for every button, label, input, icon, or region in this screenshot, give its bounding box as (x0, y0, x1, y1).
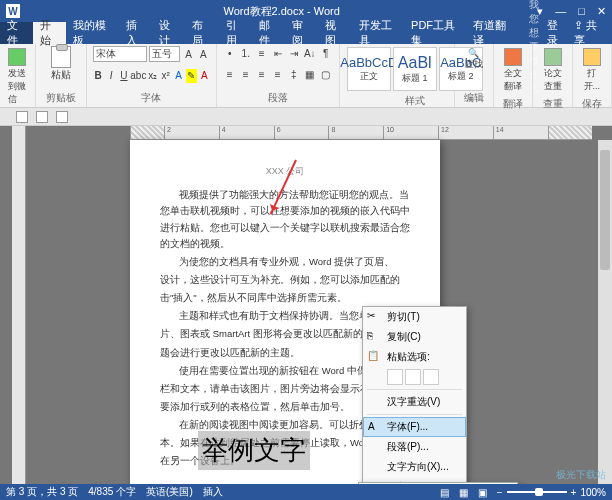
qat-undo-icon[interactable] (36, 111, 48, 123)
grow-font-icon[interactable]: A (182, 47, 195, 61)
font-family-select[interactable]: 宋体 (93, 46, 147, 62)
zoom-value[interactable]: 100% (580, 487, 606, 498)
borders-button[interactable]: ▢ (319, 68, 333, 82)
align-justify-button[interactable]: ≡ (271, 68, 285, 82)
tab-youdao[interactable]: 有道翻译 (466, 22, 518, 44)
shading-button[interactable]: ▦ (303, 68, 317, 82)
align-center-button[interactable]: ≡ (239, 68, 253, 82)
line-spacing-button[interactable]: ‡ (287, 68, 301, 82)
font-size-select[interactable]: 五号 (149, 46, 180, 62)
tab-pdf[interactable]: PDF工具集 (404, 22, 466, 44)
body-p1[interactable]: 视频提供了功能强大的方法帮助您证明您的观点。当您单击联机视频时，可以在想要添加的… (160, 187, 410, 252)
send-wechat-button[interactable]: 发送到微信 (6, 46, 29, 108)
body-p2[interactable]: 为使您的文档具有专业外观，Word 提供了页眉、 (160, 254, 410, 270)
view-web-icon[interactable]: ▣ (478, 487, 487, 498)
ctx-paste-label: 📋粘贴选项: (363, 347, 466, 367)
sort-button[interactable]: A↓ (303, 46, 317, 60)
ribbon: 发送到微信 粘贴 剪贴板 宋体 五号 A A B I U abc x₂ x² A… (0, 44, 612, 108)
paper-check-button[interactable]: 论文查重 (539, 46, 565, 95)
tab-layout[interactable]: 布局 (185, 22, 218, 44)
body-p2b[interactable]: 设计，这些设计可互为补充。例如，您可以添加匹配的 (160, 272, 410, 288)
show-marks-button[interactable]: ¶ (319, 46, 333, 60)
style-heading1[interactable]: AaBl标题 1 (393, 47, 437, 91)
numbering-button[interactable]: 1. (239, 46, 253, 60)
copy-icon: ⎘ (367, 330, 379, 342)
paste-keep-format[interactable] (387, 369, 403, 385)
indent-dec-button[interactable]: ⇤ (271, 46, 285, 60)
status-ime[interactable]: 插入 (203, 485, 223, 499)
paste-merge[interactable] (405, 369, 421, 385)
watermark: 极光下载站 (556, 468, 606, 482)
tab-references[interactable]: 引用 (219, 22, 252, 44)
tab-view[interactable]: 视图 (318, 22, 351, 44)
align-left-button[interactable]: ≡ (223, 68, 237, 82)
align-right-button[interactable]: ≡ (255, 68, 269, 82)
zoom-slider[interactable] (507, 491, 567, 493)
zoom-out-icon[interactable]: − (497, 487, 503, 498)
selected-sample-text[interactable]: 举例文字 (198, 431, 310, 470)
header-company: XXX 公司 (160, 164, 410, 179)
statusbar: 第 3 页，共 3 页 4/835 个字 英语(美国) 插入 ▤ ▦ ▣ − +… (0, 484, 612, 500)
underline-button[interactable]: U (118, 69, 129, 83)
indent-inc-button[interactable]: ⇥ (287, 46, 301, 60)
ctx-paragraph[interactable]: 段落(P)... (363, 437, 466, 457)
group-editing: 🔍 查找 编辑 (455, 44, 494, 107)
translate-button[interactable]: 全文翻译 (500, 46, 526, 95)
ctx-textdir[interactable]: 文字方向(X)... (363, 457, 466, 477)
bullets-button[interactable]: • (223, 46, 237, 60)
close-icon[interactable]: ✕ (597, 5, 606, 18)
tab-developer[interactable]: 开发工具 (352, 22, 404, 44)
group-save: 打开... 保存 (573, 44, 612, 107)
vertical-scrollbar[interactable] (598, 140, 612, 484)
group-font: 宋体 五号 A A B I U abc x₂ x² A ✎ A 字体 (87, 44, 217, 107)
status-words[interactable]: 4/835 个字 (88, 485, 136, 499)
tab-file[interactable]: 文件 (0, 22, 33, 44)
paste-button[interactable]: 粘贴 (42, 46, 80, 82)
ctx-paste-options (363, 367, 466, 387)
superscript-button[interactable]: x² (160, 69, 171, 83)
find-button[interactable]: 🔍 查找 (461, 46, 487, 73)
strike-button[interactable]: abc (131, 69, 145, 83)
font-label: 字体 (93, 91, 210, 105)
open-button[interactable]: 打开... (579, 46, 605, 95)
word-app-icon: W (6, 4, 20, 18)
tab-mailings[interactable]: 邮件 (252, 22, 285, 44)
text-effects-button[interactable]: A (173, 69, 184, 83)
tab-review[interactable]: 审阅 (285, 22, 318, 44)
ctx-cut[interactable]: ✂剪切(T) (363, 307, 466, 327)
ctx-hanzi[interactable]: 汉字重选(V) (363, 392, 466, 412)
qat-redo-icon[interactable] (56, 111, 68, 123)
status-lang[interactable]: 英语(美国) (146, 485, 193, 499)
shrink-font-icon[interactable]: A (197, 47, 210, 61)
bold-button[interactable]: B (93, 69, 104, 83)
workspace: 2 4 6 8 10 12 14 XXX 公司 视频提供了功能强大的方法帮助您证… (0, 126, 612, 484)
vertical-ruler[interactable] (12, 126, 26, 484)
zoom-in-icon[interactable]: + (571, 487, 577, 498)
font-dialog-icon: A (368, 421, 380, 433)
subscript-button[interactable]: x₂ (147, 69, 158, 83)
qat-save-icon[interactable] (16, 111, 28, 123)
tab-home[interactable]: 开始 (33, 22, 66, 44)
view-print-icon[interactable]: ▦ (459, 487, 468, 498)
view-read-icon[interactable]: ▤ (440, 487, 449, 498)
ctx-copy[interactable]: ⎘复制(C) (363, 327, 466, 347)
tab-design[interactable]: 设计 (152, 22, 185, 44)
highlight-button[interactable]: ✎ (186, 69, 197, 83)
style-normal[interactable]: AaBbCcD正文 (347, 47, 391, 91)
font-color-button[interactable]: A (199, 69, 210, 83)
body-p2c[interactable]: 击"插入"，然后从不同库中选择所需元素。 (160, 290, 410, 306)
horizontal-ruler[interactable]: 2 4 6 8 10 12 14 (130, 126, 592, 140)
maximize-icon[interactable]: □ (578, 5, 585, 18)
multilevel-button[interactable]: ≡ (255, 46, 269, 60)
scrollbar-thumb[interactable] (600, 150, 610, 270)
group-paragraph: • 1. ≡ ⇤ ⇥ A↓ ¶ ≡ ≡ ≡ ≡ ‡ ▦ ▢ 段落 (217, 44, 340, 107)
italic-button[interactable]: I (106, 69, 117, 83)
tab-templates[interactable]: 我的模板 (66, 22, 118, 44)
zoom-control[interactable]: − + 100% (497, 487, 606, 498)
mini-toolbar: 宋体 48 A A ✦ A B I U ✎ A • 1. ▾ (358, 482, 518, 484)
tab-insert[interactable]: 插入 (119, 22, 152, 44)
paste-text[interactable] (423, 369, 439, 385)
minimize-icon[interactable]: — (555, 5, 566, 18)
status-page[interactable]: 第 3 页，共 3 页 (6, 485, 78, 499)
ctx-font[interactable]: A字体(F)... (363, 417, 466, 437)
